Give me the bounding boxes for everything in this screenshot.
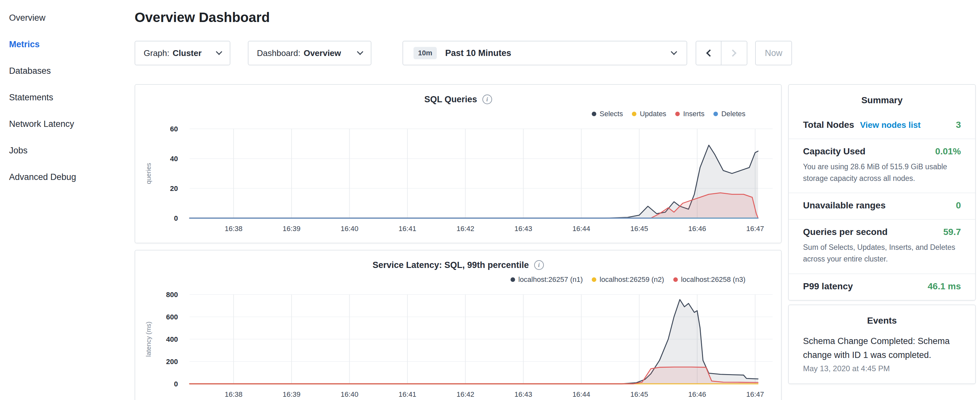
summary-value: 0 bbox=[956, 200, 961, 211]
legend-label: localhost:26257 (n1) bbox=[518, 276, 583, 284]
svg-text:16:40: 16:40 bbox=[341, 390, 358, 398]
summary-value: 3 bbox=[956, 120, 961, 130]
sidebar-item-statements[interactable]: Statements bbox=[0, 84, 135, 111]
summary-value: 46.1 ms bbox=[928, 281, 961, 292]
svg-text:200: 200 bbox=[166, 358, 178, 366]
time-range-dropdown[interactable]: 10m Past 10 Minutes bbox=[402, 41, 687, 65]
sidebar-item-advanced-debug[interactable]: Advanced Debug bbox=[0, 164, 135, 190]
svg-text:16:40: 16:40 bbox=[341, 225, 358, 233]
summary-label: Capacity Used bbox=[803, 146, 865, 157]
summary-row-queries-per-second: Queries per second 59.7 Sum of Selects, … bbox=[789, 219, 975, 273]
graph-dropdown-label: Graph: bbox=[144, 48, 170, 58]
svg-text:16:47: 16:47 bbox=[746, 225, 764, 233]
legend-label: Deletes bbox=[721, 110, 745, 118]
svg-text:16:42: 16:42 bbox=[457, 390, 474, 398]
svg-text:600: 600 bbox=[166, 313, 178, 321]
summary-label: Total Nodes bbox=[803, 120, 854, 130]
legend-label: Updates bbox=[640, 110, 666, 118]
sidebar-item-databases[interactable]: Databases bbox=[0, 57, 135, 84]
page-title: Overview Dashboard bbox=[135, 10, 980, 25]
sql-queries-chart[interactable]: 16:3816:3916:4016:4116:4216:4316:4416:45… bbox=[135, 120, 782, 235]
summary-label: Queries per second bbox=[803, 227, 888, 237]
legend-label: localhost:26258 (n3) bbox=[681, 276, 745, 284]
event-message: Schema Change Completed: Schema change w… bbox=[803, 334, 961, 362]
svg-text:16:46: 16:46 bbox=[688, 390, 706, 398]
chart-legend: Selects Updates Inserts Deletes bbox=[135, 109, 745, 118]
chart-title: Service Latency: SQL, 99th percentile bbox=[372, 260, 529, 270]
svg-text:16:43: 16:43 bbox=[514, 390, 532, 398]
summary-title: Summary bbox=[789, 85, 975, 113]
chevron-down-icon bbox=[671, 49, 677, 55]
svg-text:16:47: 16:47 bbox=[746, 390, 764, 398]
sidebar-item-metrics[interactable]: Metrics bbox=[0, 31, 135, 57]
info-icon[interactable]: i bbox=[534, 260, 544, 270]
event-timestamp: May 13, 2020 at 4:45 PM bbox=[803, 364, 961, 373]
svg-text:0: 0 bbox=[174, 380, 178, 388]
series-dot bbox=[592, 112, 596, 116]
summary-panel: Summary Total Nodes View nodes list 3 Ca… bbox=[788, 84, 976, 301]
charts-column: SQL Queries i Selects Updates Inserts De… bbox=[135, 84, 782, 400]
legend-item-n3[interactable]: localhost:26258 (n3) bbox=[673, 275, 745, 284]
svg-text:queries: queries bbox=[145, 163, 152, 184]
svg-text:16:38: 16:38 bbox=[224, 390, 242, 398]
sidebar-item-network-latency[interactable]: Network Latency bbox=[0, 111, 135, 137]
svg-text:latency (ms): latency (ms) bbox=[145, 322, 152, 357]
svg-text:16:38: 16:38 bbox=[224, 225, 242, 233]
info-icon[interactable]: i bbox=[482, 94, 492, 104]
sidebar-item-overview[interactable]: Overview bbox=[0, 5, 135, 31]
time-back-button[interactable] bbox=[695, 41, 721, 65]
legend-item-selects[interactable]: Selects bbox=[592, 109, 623, 118]
svg-text:16:45: 16:45 bbox=[630, 225, 648, 233]
svg-text:16:45: 16:45 bbox=[630, 390, 648, 398]
events-title: Events bbox=[789, 305, 975, 333]
summary-description: Sum of Selects, Updates, Inserts, and De… bbox=[803, 242, 961, 265]
sidebar: Overview Metrics Databases Statements Ne… bbox=[0, 0, 135, 400]
series-dot bbox=[713, 112, 718, 116]
svg-text:16:42: 16:42 bbox=[457, 225, 474, 233]
summary-label: P99 latency bbox=[803, 281, 853, 292]
svg-text:60: 60 bbox=[170, 125, 178, 133]
legend-item-updates[interactable]: Updates bbox=[632, 109, 666, 118]
summary-description: You are using 28.6 MiB of 515.9 GiB usab… bbox=[803, 161, 961, 184]
right-sidebar: Summary Total Nodes View nodes list 3 Ca… bbox=[788, 84, 976, 384]
series-dot bbox=[592, 277, 596, 282]
legend-item-inserts[interactable]: Inserts bbox=[675, 109, 704, 118]
svg-text:16:44: 16:44 bbox=[572, 225, 590, 233]
series-dot bbox=[675, 112, 680, 116]
summary-value: 59.7 bbox=[943, 227, 961, 237]
legend-item-n1[interactable]: localhost:26257 (n1) bbox=[511, 275, 583, 284]
dashboard-content: SQL Queries i Selects Updates Inserts De… bbox=[135, 84, 980, 400]
sql-queries-chart-panel: SQL Queries i Selects Updates Inserts De… bbox=[135, 84, 782, 243]
view-nodes-list-link[interactable]: View nodes list bbox=[860, 120, 921, 130]
legend-item-deletes[interactable]: Deletes bbox=[713, 109, 745, 118]
events-panel: Events Schema Change Completed: Schema c… bbox=[788, 304, 976, 384]
time-range-badge: 10m bbox=[414, 47, 437, 59]
time-forward-button[interactable] bbox=[721, 41, 748, 65]
svg-text:800: 800 bbox=[166, 291, 178, 299]
svg-text:0: 0 bbox=[174, 214, 178, 222]
svg-text:16:44: 16:44 bbox=[572, 390, 590, 398]
chevron-down-icon bbox=[357, 49, 363, 55]
chart-title-row: SQL Queries i bbox=[135, 93, 781, 105]
graph-dropdown[interactable]: Graph: Cluster bbox=[135, 41, 231, 65]
svg-text:16:43: 16:43 bbox=[514, 225, 532, 233]
time-nav-group bbox=[695, 41, 748, 65]
svg-text:16:41: 16:41 bbox=[399, 390, 417, 398]
summary-row-unavailable-ranges: Unavailable ranges 0 bbox=[789, 193, 975, 219]
summary-value: 0.01% bbox=[935, 146, 961, 157]
series-dot bbox=[632, 112, 636, 116]
dashboard-dropdown[interactable]: Dashboard: Overview bbox=[248, 41, 371, 65]
event-item: Schema Change Completed: Schema change w… bbox=[789, 333, 975, 384]
sidebar-item-jobs[interactable]: Jobs bbox=[0, 137, 135, 164]
chevron-down-icon bbox=[216, 49, 222, 55]
legend-item-n2[interactable]: localhost:26259 (n2) bbox=[592, 275, 664, 284]
graph-dropdown-value: Cluster bbox=[173, 48, 202, 58]
legend-label: Inserts bbox=[683, 110, 704, 118]
service-latency-chart[interactable]: 16:3816:3916:4016:4116:4216:4316:4416:45… bbox=[135, 285, 782, 400]
summary-row-total-nodes: Total Nodes View nodes list 3 bbox=[789, 113, 975, 139]
summary-row-capacity-used: Capacity Used 0.01% You are using 28.6 M… bbox=[789, 139, 975, 193]
now-button[interactable]: Now bbox=[755, 41, 792, 65]
legend-label: localhost:26259 (n2) bbox=[600, 276, 664, 284]
svg-text:16:46: 16:46 bbox=[688, 225, 706, 233]
svg-text:20: 20 bbox=[170, 185, 178, 193]
